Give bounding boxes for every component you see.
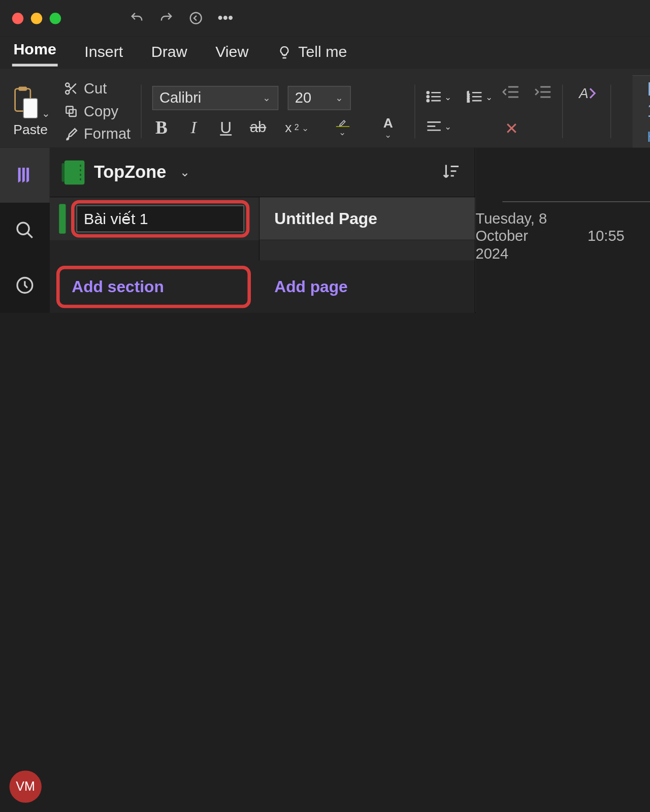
font-name-combo[interactable]: Calibri ⌄ bbox=[152, 86, 278, 110]
svg-point-0 bbox=[190, 13, 202, 24]
style-heading1[interactable]: Heading 1 bbox=[647, 78, 650, 121]
svg-point-8 bbox=[427, 91, 429, 93]
app-window: ••• Home Insert Draw View Tell me bbox=[0, 0, 650, 812]
section-name-input[interactable] bbox=[77, 205, 244, 232]
highlight-annotation: Add section bbox=[56, 265, 251, 307]
minimize-window-button[interactable] bbox=[31, 12, 42, 23]
titlebar: ••• bbox=[0, 0, 650, 36]
svg-point-10 bbox=[427, 96, 429, 98]
clear-formatting-button[interactable]: A bbox=[577, 84, 596, 103]
notebook-header[interactable]: TopZone ⌄ bbox=[50, 148, 475, 198]
add-section-button[interactable]: Add section bbox=[72, 277, 235, 296]
rail-recent[interactable] bbox=[0, 258, 50, 313]
ribbon-spacer bbox=[611, 75, 632, 148]
menu-view[interactable]: View bbox=[214, 39, 250, 67]
notebook-name: TopZone bbox=[94, 162, 166, 182]
menu-tellme[interactable]: Tell me bbox=[275, 39, 348, 67]
close-window-button[interactable] bbox=[12, 12, 23, 23]
navigation-pane: TopZone ⌄ bbox=[50, 148, 476, 313]
page-item[interactable]: Untitled Page bbox=[259, 197, 475, 240]
highlight-annotation bbox=[71, 200, 249, 238]
nav-rail bbox=[0, 148, 50, 313]
sections-list bbox=[50, 197, 259, 260]
section-item[interactable] bbox=[50, 197, 259, 240]
decrease-indent-button[interactable] bbox=[502, 84, 519, 102]
more-icon[interactable]: ••• bbox=[215, 8, 236, 29]
notebook-icon bbox=[64, 160, 85, 184]
menu-tellme-label: Tell me bbox=[298, 43, 347, 61]
ribbon-clear-group: A bbox=[563, 75, 611, 148]
chevron-down-icon: ⌄ bbox=[444, 121, 452, 131]
delete-button[interactable]: ✕ bbox=[502, 119, 521, 138]
paste-button[interactable]: ⌄ Paste bbox=[11, 85, 50, 137]
ribbon-paragraph-group: ⌄ 123 ⌄ ⌄ bbox=[415, 75, 563, 148]
user-avatar[interactable]: VM bbox=[9, 770, 41, 802]
svg-rect-3 bbox=[23, 98, 38, 118]
page-meta: Tuesday, 8 October 2024 10:55 bbox=[476, 202, 650, 263]
highlight-button[interactable] bbox=[327, 118, 359, 137]
format-label: Format bbox=[84, 126, 131, 143]
font-size-combo[interactable]: 20 ⌄ bbox=[287, 86, 350, 110]
add-page-button[interactable]: Add page bbox=[259, 261, 475, 313]
chevron-down-icon: ⌄ bbox=[485, 91, 493, 102]
font-size-value: 20 bbox=[295, 89, 311, 107]
rail-search[interactable] bbox=[0, 203, 50, 258]
bold-button[interactable]: B bbox=[152, 118, 171, 137]
menu-home[interactable]: Home bbox=[12, 36, 58, 66]
cut-button[interactable]: Cut bbox=[63, 80, 131, 97]
paintbrush-icon bbox=[63, 127, 78, 142]
lightbulb-icon bbox=[277, 45, 291, 59]
chevron-down-icon: ⌄ bbox=[444, 91, 452, 102]
svg-text:3: 3 bbox=[467, 99, 469, 103]
page-canvas[interactable]: Tuesday, 8 October 2024 10:55 bbox=[476, 148, 650, 313]
rail-notebooks[interactable] bbox=[0, 148, 50, 203]
back-button[interactable] bbox=[185, 8, 207, 29]
chevron-down-icon: ⌄ bbox=[263, 92, 271, 103]
strikethrough-button[interactable]: ab bbox=[249, 118, 268, 137]
styles-gallery[interactable]: Heading 1 Heading 2 bbox=[632, 75, 650, 148]
clear-format-icon: A bbox=[577, 84, 596, 103]
menu-draw[interactable]: Draw bbox=[150, 39, 188, 67]
ribbon-font-group: Calibri ⌄ 20 ⌄ B I U ab x2 bbox=[141, 75, 415, 148]
window-controls bbox=[12, 12, 61, 23]
undo-button[interactable] bbox=[126, 8, 147, 29]
pages-empty-area bbox=[259, 240, 475, 261]
svg-line-31 bbox=[27, 233, 32, 238]
bullet-list-button[interactable]: ⌄ bbox=[426, 90, 452, 103]
svg-point-30 bbox=[17, 223, 29, 234]
sort-icon bbox=[441, 162, 460, 180]
redo-button[interactable] bbox=[155, 8, 177, 29]
page-time: 10:55 bbox=[588, 228, 625, 245]
chevron-down-icon: ⌄ bbox=[180, 165, 190, 179]
indent-icon bbox=[534, 84, 551, 99]
format-painter-button[interactable]: Format bbox=[63, 126, 131, 143]
font-color-button[interactable]: A bbox=[372, 118, 404, 137]
italic-button[interactable]: I bbox=[184, 118, 203, 137]
svg-point-5 bbox=[66, 83, 69, 86]
font-name-value: Calibri bbox=[159, 89, 201, 107]
maximize-window-button[interactable] bbox=[50, 12, 61, 23]
svg-point-4 bbox=[66, 90, 69, 94]
copy-icon bbox=[63, 104, 78, 119]
svg-text:A: A bbox=[578, 85, 589, 101]
increase-indent-button[interactable] bbox=[534, 84, 551, 102]
align-button[interactable]: ⌄ bbox=[426, 120, 452, 132]
underline-button[interactable]: U bbox=[216, 118, 235, 137]
copy-button[interactable]: Copy bbox=[63, 103, 131, 120]
section-color-stripe bbox=[59, 204, 66, 234]
numbered-list-icon: 123 bbox=[467, 90, 483, 103]
section-page-lists: Untitled Page bbox=[50, 197, 475, 260]
style-heading2[interactable]: Heading 2 bbox=[647, 128, 650, 145]
chevron-down-icon: ⌄ bbox=[42, 107, 50, 119]
numbered-list-button[interactable]: 123 ⌄ bbox=[467, 90, 493, 103]
align-left-icon bbox=[426, 120, 442, 132]
pages-list: Untitled Page bbox=[259, 197, 475, 260]
search-icon bbox=[15, 220, 35, 240]
sort-button[interactable] bbox=[441, 162, 460, 183]
ribbon: ⌄ Paste Cut Copy Format bbox=[0, 69, 650, 148]
subscript-button[interactable]: x2 bbox=[281, 118, 313, 137]
menu-insert[interactable]: Insert bbox=[83, 39, 124, 67]
ribbon-clipboard-group: ⌄ Paste Cut Copy Format bbox=[11, 75, 141, 148]
bullet-list-icon bbox=[426, 90, 442, 103]
page-date: Tuesday, 8 October 2024 bbox=[476, 210, 558, 262]
